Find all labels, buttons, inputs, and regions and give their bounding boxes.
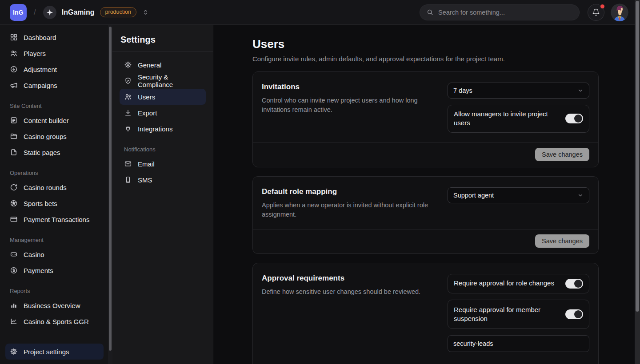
dashboard-icon	[10, 33, 18, 41]
sidebar-item-label: Business Overview	[24, 302, 80, 309]
sidebar-item-payments[interactable]: Payments	[5, 262, 104, 278]
sidebar-item-casino-sports-ggr[interactable]: Casino & Sports GGR	[5, 313, 104, 329]
settings-item-integrations[interactable]: Integrations	[120, 121, 206, 137]
sidebar-item-casino[interactable]: Casino	[5, 246, 104, 262]
sidebar-item-label: Project settings	[24, 348, 69, 356]
main-content: Users Configure invite rules, admin defa…	[213, 25, 640, 364]
settings-item-users[interactable]: Users	[120, 89, 206, 105]
settings-title: Settings	[120, 35, 206, 45]
sidebar-item-campaigns[interactable]: Campaigns	[5, 77, 104, 93]
chevron-down-icon	[577, 87, 584, 94]
project-name: InGaming	[62, 8, 95, 16]
role-changes-approval-toggle[interactable]	[565, 279, 583, 289]
default-role-card-title: Default role mapping	[262, 187, 430, 196]
toggle-knob	[574, 310, 582, 318]
casino-groups-icon	[10, 132, 18, 140]
invite-expiry-select[interactable]: 7 days	[448, 83, 589, 99]
sidebar-item-adjustment[interactable]: Adjustment	[5, 61, 104, 77]
window-scrollbar-track[interactable]	[635, 0, 640, 364]
role-changes-approval-label: Require approval for role changes	[454, 279, 554, 288]
global-search	[420, 4, 580, 20]
sidebar-item-label: Payment Transactions	[24, 216, 89, 223]
notifications-button[interactable]	[588, 4, 604, 21]
sidebar-item-content-builder[interactable]: Content builder	[5, 112, 104, 128]
sidebar-item-project-settings[interactable]: Project settings	[5, 344, 104, 360]
sidebar-item-label: Static pages	[24, 149, 60, 156]
players-icon	[10, 49, 18, 57]
casino-icon	[10, 250, 18, 258]
sidebar-item-payment-transactions[interactable]: Payment Transactions	[5, 211, 104, 227]
sidebar-item-label: Campaigns	[24, 82, 57, 89]
save-changes-button[interactable]: Save changes	[535, 234, 589, 248]
sidebar-item-label: Content builder	[24, 117, 69, 124]
app-logo-text: InG	[13, 9, 24, 16]
sidebar-item-static-pages[interactable]: Static pages	[5, 144, 104, 160]
project-switcher-button[interactable]	[142, 8, 149, 16]
page-subtitle: Configure invite rules, admin defaults, …	[252, 55, 599, 63]
chevron-down-icon	[577, 192, 584, 198]
shield-check-icon	[124, 77, 132, 85]
sidebar-scrollbar-thumb[interactable]	[109, 27, 112, 351]
static-pages-icon	[10, 148, 18, 156]
ggr-icon	[10, 317, 18, 325]
sidebar-item-label: Casino	[24, 251, 44, 258]
member-suspension-approval-row: Require approval for member suspension	[448, 300, 589, 329]
settings-item-security-compliance[interactable]: Security & Compliance	[120, 73, 206, 89]
sidebar-item-casino-groups[interactable]: Casino groups	[5, 128, 104, 144]
app-header: InG / InGaming production	[0, 0, 640, 25]
sidebar-spacer	[5, 329, 104, 344]
approver-group-input[interactable]	[448, 335, 589, 352]
content-builder-icon	[10, 116, 18, 124]
bell-icon	[592, 8, 600, 16]
adjustment-icon	[10, 65, 18, 73]
save-changes-button[interactable]: Save changes	[535, 148, 589, 161]
toggle-knob	[574, 115, 582, 123]
gear-icon	[124, 61, 132, 69]
settings-item-general[interactable]: General	[120, 57, 206, 73]
user-avatar-illustration	[611, 4, 628, 21]
settings-item-export[interactable]: Export	[120, 105, 206, 121]
member-suspension-approval-label: Require approval for member suspension	[454, 305, 552, 324]
managers-invite-row: Allow managers to invite project users	[448, 105, 589, 133]
window-scrollbar-thumb[interactable]	[636, 1, 639, 312]
sidebar-item-label: Payments	[24, 267, 53, 274]
sidebar-scrollbar-track[interactable]	[108, 25, 112, 364]
user-avatar[interactable]	[611, 4, 628, 21]
sidebar-item-sports-bets[interactable]: Sports bets	[5, 195, 104, 211]
casino-rounds-icon	[10, 183, 18, 191]
sidebar-item-casino-rounds[interactable]: Casino rounds	[5, 179, 104, 195]
download-icon	[124, 109, 132, 117]
breadcrumb-separator: /	[34, 8, 36, 17]
environment-badge: production	[100, 7, 136, 17]
sidebar-section-site-content: Site Content	[10, 103, 104, 109]
payments-icon	[10, 266, 18, 274]
sidebar-item-dashboard[interactable]: Dashboard	[5, 29, 104, 45]
plug-icon	[124, 125, 132, 133]
sidebar-section-management: Management	[10, 237, 104, 243]
default-role-select[interactable]: Support agent	[448, 187, 589, 203]
settings-item-label: General	[138, 61, 161, 69]
gear-icon	[10, 348, 18, 356]
notification-dot	[600, 4, 604, 8]
settings-item-label: Integrations	[138, 125, 172, 133]
sidebar-item-business-overview[interactable]: Business Overview	[5, 297, 104, 313]
sidebar-item-label: Adjustment	[24, 66, 57, 73]
sidebar-item-players[interactable]: Players	[5, 45, 104, 61]
role-changes-approval-row: Require approval for role changes	[448, 274, 589, 293]
page-title: Users	[252, 37, 599, 51]
search-input[interactable]	[438, 9, 573, 16]
settings-item-sms[interactable]: SMS	[120, 172, 206, 188]
project-avatar[interactable]	[43, 6, 56, 19]
managers-invite-toggle[interactable]	[565, 114, 583, 123]
sidebar-section-reports: Reports	[10, 288, 104, 294]
settings-item-email[interactable]: Email	[120, 156, 206, 172]
payment-transactions-icon	[10, 215, 18, 223]
settings-item-label: Security & Compliance	[138, 73, 201, 88]
invitations-card-description: Control who can invite new project users…	[262, 96, 430, 115]
sidebar-item-label: Players	[24, 50, 46, 57]
default-role-card-description: Applies when a new operator is invited w…	[262, 201, 430, 219]
app-logo[interactable]: InG	[10, 4, 27, 21]
users-icon	[124, 93, 132, 101]
sidebar-item-label: Dashboard	[24, 34, 56, 41]
member-suspension-approval-toggle[interactable]	[565, 309, 583, 319]
